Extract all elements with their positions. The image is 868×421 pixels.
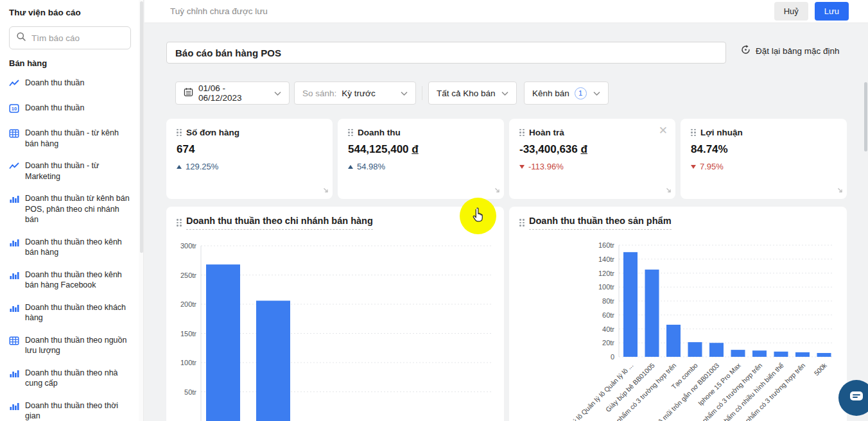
save-button[interactable]: Lưu — [815, 2, 849, 21]
drag-handle-icon[interactable] — [519, 219, 525, 227]
sidebar-item-label: Doanh thu thuần - từ kênh bán hàng — [25, 128, 131, 149]
chat-icon — [849, 390, 864, 406]
sidebar-item-label: Doanh thu thuần theo nhà cung cấp — [25, 368, 131, 389]
kpi-card-orders[interactable]: Số đơn hàng 674 129.25% — [166, 119, 333, 199]
svg-text:10: 10 — [12, 106, 17, 112]
sidebar-scrollbar-thumb[interactable] — [140, 1, 143, 253]
sidebar-item-label: Doanh thu thuần theo khách hàng — [25, 302, 131, 323]
sidebar-item-label: Doanh thu thuần theo kênh bán hàng Faceb… — [25, 270, 131, 291]
sidebar-report-item[interactable]: Doanh thu thuần theo nhà cung cấp — [9, 362, 131, 395]
reset-history-icon — [740, 44, 751, 57]
drag-handle-icon[interactable] — [177, 219, 182, 227]
warehouse-filter[interactable]: Tất cả Kho bán — [428, 82, 517, 105]
kpi-title: Hoàn trả — [529, 128, 564, 137]
svg-text:40tr: 40tr — [602, 325, 614, 333]
bar-chart-icon — [9, 368, 19, 381]
chart-card-product-revenue[interactable]: Doanh thu thuần theo sản phẩm 020tr40tr6… — [509, 207, 847, 421]
compare-filter[interactable]: So sánh: Kỳ trước — [294, 82, 416, 105]
sidebar-scrollbar[interactable] — [139, 0, 144, 421]
date-range-value: 01/06 - 06/12/2023 — [198, 83, 268, 103]
sidebar-item-label: Doanh thu thuần theo kênh bán hàng — [25, 237, 131, 258]
reset-default-label: Đặt lại bảng mặc định — [756, 46, 840, 56]
trend-arrow-icon — [519, 165, 525, 169]
reset-default-button[interactable]: Đặt lại bảng mặc định — [740, 44, 840, 57]
chevron-down-icon — [501, 89, 508, 98]
svg-text:500k: 500k — [812, 361, 828, 377]
kpi-delta: 7.95% — [691, 162, 837, 171]
sidebar-title: Thư viện báo cáo — [9, 8, 131, 17]
kpi-value: 84.74% — [691, 143, 837, 156]
bar-chart-icon — [9, 302, 19, 316]
resize-handle-icon[interactable] — [665, 185, 672, 196]
table-icon — [9, 335, 19, 348]
close-icon[interactable]: ✕ — [659, 125, 668, 136]
charts-row: Doanh thu thuần theo chi nhánh bán hàng … — [166, 207, 847, 421]
warehouse-value: Tất cả Kho bán — [437, 89, 496, 98]
kpi-value: 544,125,400 đ — [348, 143, 494, 156]
unsaved-status-text: Tuỳ chỉnh chưa được lưu — [170, 6, 268, 16]
channel-count-badge: 1 — [575, 87, 587, 99]
resize-handle-icon[interactable] — [322, 185, 329, 196]
kpi-value: -33,400,636 đ — [519, 143, 665, 156]
search-icon — [16, 31, 26, 44]
product-revenue-bar-chart: 020tr40tr60tr80tr100tr120tr140tr160trý l… — [519, 242, 837, 421]
sidebar-report-item[interactable]: Doanh thu thuần theo thời gian — [9, 395, 131, 421]
drag-handle-icon[interactable] — [177, 129, 182, 137]
svg-text:100tr: 100tr — [598, 283, 614, 291]
drag-handle-icon[interactable] — [519, 129, 525, 137]
chart-card-branch-revenue[interactable]: Doanh thu thuần theo chi nhánh bán hàng … — [166, 207, 504, 421]
cancel-button[interactable]: Huỷ — [774, 2, 808, 21]
sidebar-item-label: Doanh thu thuần — [25, 103, 84, 114]
sidebar-item-label: Doanh thu thuần — [25, 78, 84, 89]
sidebar-section-label: Bán hàng — [9, 58, 131, 68]
svg-text:160tr: 160tr — [598, 242, 614, 249]
filter-divider — [422, 86, 422, 100]
kpi-card-revenue[interactable]: Doanh thu 544,125,400 đ 54.98% — [338, 119, 504, 199]
kpi-card-profit[interactable]: Lợi nhuận 84.74% 7.95% — [681, 119, 847, 199]
svg-text:200tr: 200tr — [180, 300, 196, 308]
topbar: Tuỳ chỉnh chưa được lưu Huỷ Lưu — [144, 0, 868, 23]
chevron-down-icon — [274, 89, 281, 98]
svg-text:120tr: 120tr — [598, 270, 614, 277]
svg-text:20tr: 20tr — [602, 339, 614, 347]
sidebar-report-item[interactable]: Doanh thu thuần - từ kênh bán hàng — [9, 122, 131, 155]
sidebar-report-item[interactable]: Doanh thu thuần theo nguồn lưu lượng — [9, 329, 131, 362]
filter-bar: 01/06 - 06/12/2023 So sánh: Kỳ trước Tất… — [175, 82, 609, 105]
drag-handle-icon[interactable] — [348, 129, 353, 137]
hand-cursor-icon — [470, 206, 487, 227]
svg-text:100tr: 100tr — [180, 359, 196, 366]
sidebar-report-item[interactable]: Doanh thu thuần theo kênh bán hàng Faceb… — [9, 264, 131, 296]
click-highlight — [460, 198, 496, 234]
number-10-icon: 10 — [9, 103, 19, 116]
drag-handle-icon[interactable] — [691, 129, 696, 137]
kpi-delta: 54.98% — [348, 162, 494, 171]
sidebar-report-item[interactable]: Doanh thu thuần - từ Marketing — [9, 155, 131, 187]
svg-text:300tr: 300tr — [180, 242, 196, 250]
report-title-input[interactable] — [166, 42, 726, 64]
sidebar-item-label: Doanh thu thuần từ kênh bán POS, phân th… — [25, 193, 131, 225]
svg-text:80tr: 80tr — [602, 297, 614, 305]
resize-handle-icon[interactable] — [837, 185, 844, 196]
date-range-filter[interactable]: 01/06 - 06/12/2023 — [175, 82, 290, 105]
svg-text:150tr: 150tr — [180, 330, 196, 338]
kpi-value: 674 — [177, 143, 322, 156]
line-chart-icon — [9, 78, 19, 91]
sidebar-report-item[interactable]: Doanh thu thuần từ kênh bán POS, phân th… — [9, 187, 131, 231]
sidebar-report-item[interactable]: Doanh thu thuần — [9, 72, 131, 97]
resize-handle-icon[interactable] — [494, 185, 501, 196]
bar-chart-icon — [9, 400, 19, 414]
compare-label: So sánh: — [302, 89, 336, 98]
channel-filter[interactable]: Kênh bán 1 — [524, 82, 609, 105]
sidebar-item-label: Doanh thu thuần - từ Marketing — [25, 160, 131, 182]
sidebar-report-item[interactable]: Doanh thu thuần theo kênh bán hàng — [9, 231, 131, 264]
sidebar-report-item[interactable]: Doanh thu thuần theo khách hàng — [9, 296, 131, 329]
sidebar-report-item[interactable]: 10Doanh thu thuần — [9, 97, 131, 122]
trend-arrow-icon — [691, 165, 696, 169]
search-input[interactable]: Tìm báo cáo — [9, 26, 131, 49]
kpi-card-returns[interactable]: Hoàn trả ✕ -33,400,636 đ -113.96% — [509, 119, 675, 199]
kpi-cards-row: Số đơn hàng 674 129.25% Doanh thu 544,12… — [166, 119, 847, 199]
page-scrollbar-thumb[interactable] — [864, 82, 867, 151]
trend-arrow-icon — [177, 165, 182, 169]
report-library-sidebar: Thư viện báo cáo Tìm báo cáo Bán hàng Do… — [0, 0, 139, 421]
bar-chart-icon — [9, 237, 19, 250]
